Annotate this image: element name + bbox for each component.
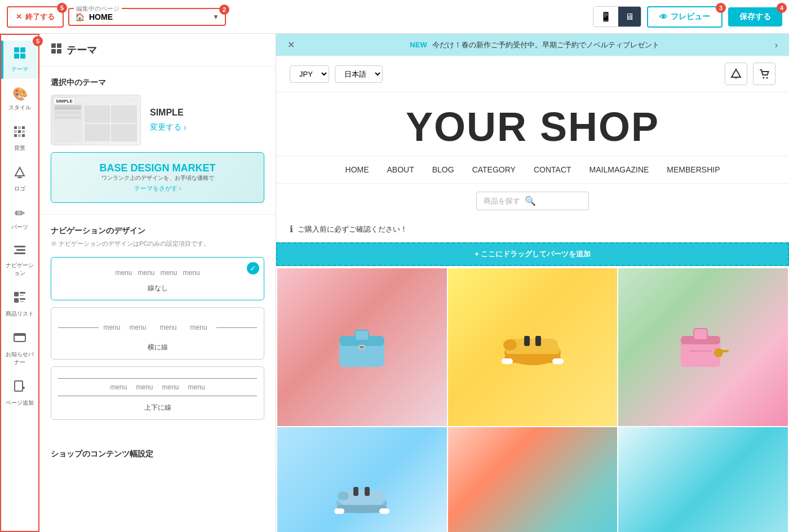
shop-nav: HOME ABOUT BLOG CATEGORY CONTACT MAILMAG… [276, 156, 789, 184]
sidebar-item-background[interactable]: 背景 [1, 119, 38, 158]
cart-icon-button[interactable] [753, 63, 775, 85]
nav-no-line-label: 線なし [58, 283, 257, 293]
nav-item-about[interactable]: ABOUT [387, 165, 414, 174]
change-theme-button[interactable]: 変更する › [150, 122, 187, 132]
nav-top-bottom-line-label: 上下に線 [58, 403, 257, 413]
settings-panel-title: テーマ [67, 43, 97, 57]
product-grid-1 [276, 268, 789, 426]
svg-rect-50 [502, 358, 513, 364]
navigation-icon [13, 245, 26, 259]
design-market-link[interactable]: テーマをさがす › [134, 184, 181, 193]
exit-button[interactable]: ✕ 終了する 5 [7, 6, 64, 28]
nav-item-home[interactable]: HOME [345, 165, 369, 174]
theme-preview-box: SIMPLE SIMPLE 変更する › [51, 95, 264, 145]
svg-rect-47 [524, 336, 530, 346]
sidebar-item-notification[interactable]: お知らせバナー [1, 326, 38, 372]
sidebar-item-parts[interactable]: ✏ パーツ [1, 201, 38, 237]
sidebar-item-navigation[interactable]: ナビゲーション [1, 239, 38, 283]
tent-icon-button[interactable] [725, 63, 747, 85]
notification-icon [13, 331, 26, 348]
add-parts-bar[interactable]: + ここにドラッグしてパーツを追加 [276, 242, 789, 266]
sidebar-badge: 5 [33, 36, 43, 46]
svg-rect-26 [14, 334, 25, 336]
svg-rect-23 [20, 298, 25, 300]
theme-icon [13, 46, 26, 63]
svg-rect-7 [14, 130, 17, 133]
nav-option-no-line[interactable]: ✓ menumenumenumenu 線なし [51, 257, 264, 300]
svg-rect-6 [22, 126, 25, 129]
svg-rect-8 [18, 130, 21, 133]
sidebar-add-page-label: ページ追加 [6, 399, 34, 407]
search-placeholder: 商品を探す [484, 196, 520, 206]
svg-rect-54 [694, 329, 707, 340]
svg-rect-32 [51, 49, 56, 54]
currency-select[interactable]: JPY [290, 65, 329, 83]
sidebar-item-theme[interactable]: テーマ 5 [1, 41, 38, 79]
nav-option-tb-preview: menumenumenumenu [58, 374, 257, 401]
add-parts-label: + ここにドラッグしてパーツを追加 [475, 249, 591, 259]
nav-item-blog[interactable]: BLOG [432, 165, 454, 174]
product-card-6[interactable] [618, 427, 788, 532]
shop-logo-area: YOUR SHOP [276, 92, 789, 156]
design-market-banner[interactable]: BASE DESIGN MARKET ワンランク上のデザインを、お手頃な価格で … [51, 152, 264, 203]
svg-rect-57 [720, 350, 729, 352]
nav-design-title: ナビゲーションのデザイン [51, 226, 264, 236]
exit-label: 終了する [25, 12, 55, 22]
sidebar-item-style[interactable]: 🎨 スタイル [1, 81, 38, 117]
svg-marker-34 [732, 69, 741, 77]
nav-option-horizontal-line[interactable]: menu menu menu menu 横に線 [51, 307, 264, 360]
nav-item-category[interactable]: CATEGORY [472, 165, 516, 174]
eye-icon: 👁 [659, 12, 667, 21]
svg-rect-10 [14, 134, 17, 137]
info-icon: ℹ [290, 224, 293, 234]
sidebar-item-product-list[interactable]: 商品リスト [1, 285, 38, 323]
svg-rect-20 [20, 292, 25, 294]
nav-item-contact[interactable]: CONTACT [534, 165, 571, 174]
icon-sidebar: テーマ 5 🎨 スタイル 背景 ロゴ ✏ パーツ ナビゲーション [0, 34, 39, 532]
preview-button[interactable]: 👁 フレビュー 3 [647, 6, 722, 28]
svg-rect-0 [14, 47, 19, 52]
shop-toolbar-left: JPY 日本語 [290, 65, 383, 83]
svg-rect-4 [14, 126, 17, 129]
mobile-device-button[interactable]: 📱 [593, 7, 618, 26]
product-card-2[interactable] [448, 268, 618, 426]
svg-rect-49 [504, 354, 561, 363]
announcement-new-badge: NEW [410, 41, 427, 49]
announcement-close-button[interactable]: ✕ [287, 39, 295, 50]
svg-rect-40 [355, 330, 369, 340]
nav-item-membership[interactable]: MEMBERSHIP [667, 165, 720, 174]
design-market-title: BASE DESIGN MARKET [99, 162, 215, 174]
svg-rect-1 [20, 47, 25, 52]
announcement-text: NEW 今だけ！春の新作ご予約受付中。早期ご予約でノベルティプレゼント [295, 40, 775, 50]
product-card-5[interactable] [448, 427, 618, 532]
parts-icon: ✏ [15, 206, 25, 221]
shop-search: 商品を探す 🔍 [276, 184, 789, 218]
theme-preview-image: SIMPLE [51, 95, 141, 145]
nav-item-mailmagazine[interactable]: MAILMAGAZINE [589, 165, 649, 174]
product-card-1[interactable] [277, 268, 447, 426]
language-select[interactable]: 日本語 [335, 65, 383, 83]
svg-rect-48 [535, 336, 541, 346]
product-card-4[interactable] [277, 427, 447, 532]
product-grid-2 [276, 427, 789, 532]
exit-badge: 5 [57, 3, 67, 13]
svg-rect-2 [14, 54, 19, 59]
design-market-subtitle: ワンランク上のデザインを、お手頃な価格で [101, 174, 214, 182]
announcement-next-arrow[interactable]: › [775, 40, 778, 50]
sidebar-item-add-page[interactable]: ページ追加 [1, 374, 38, 413]
sidebar-item-logo[interactable]: ロゴ [1, 160, 38, 198]
svg-point-46 [503, 339, 517, 351]
search-icon[interactable]: 🔍 [525, 196, 536, 206]
page-selector[interactable]: 編集中のページ 🏠 HOME ▼ 2 [68, 8, 226, 26]
svg-rect-62 [353, 487, 358, 496]
desktop-device-button[interactable]: 🖥 [618, 7, 641, 26]
background-icon [13, 125, 26, 142]
shop-preview: ✕ NEW 今だけ！春の新作ご予約受付中。早期ご予約でノベルティプレゼント › … [276, 34, 789, 532]
svg-rect-11 [18, 134, 21, 137]
settings-panel: テーマ 選択中のテーマ [39, 34, 276, 532]
save-button[interactable]: 保存する 4 [728, 7, 782, 26]
nav-option-top-bottom-line[interactable]: menumenumenumenu 上下に線 [51, 366, 264, 420]
product-card-3[interactable] [618, 268, 788, 426]
nav-design-note: ※ ナビゲーションのデザインはPCのみの設定項目です。 [51, 240, 264, 248]
svg-rect-18 [14, 252, 25, 254]
